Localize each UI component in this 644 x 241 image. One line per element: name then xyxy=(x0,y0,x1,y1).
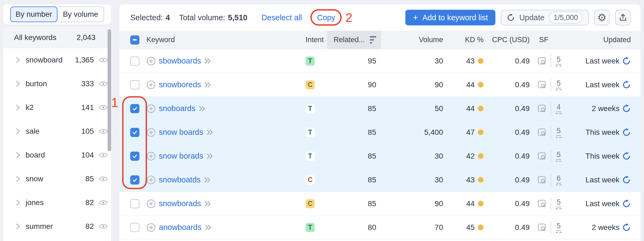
table-row[interactable]: snowboreds C 90 90 44 0.49 5 Last week xyxy=(119,73,640,97)
row-checkbox[interactable] xyxy=(130,152,139,161)
keyword-group-item[interactable]: burton 333 xyxy=(3,72,111,96)
table-row[interactable]: snowborads C 85 90 44 0.49 5 Last week xyxy=(119,192,640,216)
row-checkbox[interactable] xyxy=(130,223,139,232)
add-keyword-icon[interactable] xyxy=(146,80,156,89)
refresh-icon[interactable] xyxy=(622,152,631,160)
keyword-link[interactable]: snow boards xyxy=(159,128,203,137)
export-button[interactable] xyxy=(615,10,631,25)
copy-link[interactable]: Copy xyxy=(317,13,335,22)
keyword-group-item[interactable]: sale 105 xyxy=(3,119,111,143)
column-updated[interactable]: Updated xyxy=(566,31,631,49)
serp-preview-icon[interactable] xyxy=(537,104,547,113)
table-row[interactable]: snoboards T 85 50 44 0.49 4 2 weeks xyxy=(119,97,640,120)
expand-keyword-icon[interactable] xyxy=(204,176,211,184)
sf-count[interactable]: 6 xyxy=(556,174,561,183)
eye-icon[interactable] xyxy=(99,175,108,182)
keyword-link[interactable]: snowboreds xyxy=(159,80,201,89)
sf-count[interactable]: 5 xyxy=(556,55,561,65)
keyword-link[interactable]: snowborads xyxy=(159,199,201,208)
keyword-group-item[interactable]: k2 141 xyxy=(3,96,111,119)
expand-keyword-icon[interactable] xyxy=(204,57,212,65)
chevron-right-icon[interactable] xyxy=(15,104,21,111)
serp-preview-icon[interactable] xyxy=(537,223,547,232)
table-row[interactable]: anowboards T 80 70 45 0.49 5 2 weeks xyxy=(119,216,640,239)
add-keyword-icon[interactable] xyxy=(146,104,156,113)
column-related[interactable]: Related... xyxy=(327,31,381,49)
row-checkbox[interactable] xyxy=(130,199,139,208)
keyword-link[interactable]: snoboards xyxy=(159,104,195,113)
serp-preview-icon[interactable] xyxy=(537,152,547,161)
sf-count[interactable]: 5 xyxy=(556,79,561,88)
row-checkbox[interactable] xyxy=(130,56,139,66)
row-checkbox[interactable] xyxy=(130,128,139,137)
keyword-link[interactable]: sbowboards xyxy=(159,56,201,65)
column-keyword[interactable]: Keyword xyxy=(146,31,306,49)
refresh-icon[interactable] xyxy=(622,199,631,208)
sf-count[interactable]: 5 xyxy=(556,198,561,207)
serp-preview-icon[interactable] xyxy=(537,175,547,185)
chevron-right-icon[interactable] xyxy=(15,128,21,135)
sf-count[interactable]: 4 xyxy=(556,103,561,112)
chevron-right-icon[interactable] xyxy=(15,56,21,63)
eye-icon[interactable] xyxy=(99,199,108,206)
chevron-right-icon[interactable] xyxy=(15,80,21,87)
expand-keyword-icon[interactable] xyxy=(206,152,214,160)
expand-keyword-icon[interactable] xyxy=(204,200,212,208)
update-button[interactable]: Update 1/5,000 xyxy=(501,10,589,25)
serp-preview-icon[interactable] xyxy=(537,80,547,89)
keyword-group-item[interactable]: summer 82 xyxy=(3,215,111,238)
column-kd[interactable]: KD % xyxy=(443,31,484,49)
keyword-link[interactable]: snow borads xyxy=(159,152,203,160)
eye-icon[interactable] xyxy=(99,56,108,63)
add-keyword-icon[interactable] xyxy=(146,128,156,137)
eye-icon[interactable] xyxy=(99,104,108,111)
eye-icon[interactable] xyxy=(99,152,108,159)
serp-preview-icon[interactable] xyxy=(537,199,547,208)
column-sf[interactable]: SF xyxy=(530,31,566,49)
refresh-icon[interactable] xyxy=(622,223,631,232)
add-keyword-icon[interactable] xyxy=(146,223,156,232)
expand-keyword-icon[interactable] xyxy=(204,81,212,89)
keyword-link[interactable]: snowboatds xyxy=(159,175,201,184)
expand-keyword-icon[interactable] xyxy=(198,105,206,113)
refresh-icon[interactable] xyxy=(622,176,631,184)
eye-icon[interactable] xyxy=(99,128,108,135)
column-cpc[interactable]: CPC (USD) xyxy=(484,31,530,49)
eye-icon[interactable] xyxy=(99,80,108,87)
refresh-icon[interactable] xyxy=(622,81,631,89)
eye-icon[interactable] xyxy=(99,223,108,230)
refresh-icon[interactable] xyxy=(622,104,631,113)
keyword-group-item[interactable]: jones 82 xyxy=(3,191,111,215)
keyword-group-item[interactable]: snow 85 xyxy=(3,167,111,191)
row-checkbox[interactable] xyxy=(130,175,139,185)
column-intent[interactable]: Intent xyxy=(306,31,327,49)
row-checkbox[interactable] xyxy=(130,104,139,113)
chevron-right-icon[interactable] xyxy=(15,223,21,230)
tab-by-volume[interactable]: By volume xyxy=(57,6,104,22)
add-keyword-icon[interactable] xyxy=(146,199,156,208)
add-keyword-icon[interactable] xyxy=(146,152,156,161)
deselect-all-link[interactable]: Deselect all xyxy=(262,13,302,22)
chevron-right-icon[interactable] xyxy=(15,152,21,159)
refresh-icon[interactable] xyxy=(622,57,631,65)
add-keyword-icon[interactable] xyxy=(146,175,156,185)
column-volume[interactable]: Volume xyxy=(381,31,443,49)
expand-keyword-icon[interactable] xyxy=(205,223,212,232)
serp-preview-icon[interactable] xyxy=(537,128,547,137)
table-row[interactable]: snowboatds C 85 30 43 0.49 6 Last week xyxy=(119,168,640,192)
expand-keyword-icon[interactable] xyxy=(206,128,214,136)
chevron-right-icon[interactable] xyxy=(15,199,21,206)
sf-count[interactable]: 5 xyxy=(556,150,561,160)
sidebar-scrollbar[interactable] xyxy=(108,29,111,151)
add-to-keyword-list-button[interactable]: + Add to keyword list xyxy=(405,10,495,25)
table-row[interactable]: snow boards T 85 5,400 47 0.49 5 This we… xyxy=(119,120,640,144)
serp-preview-icon[interactable] xyxy=(537,56,547,66)
keyword-link[interactable]: anowboards xyxy=(159,223,201,232)
table-row[interactable]: snow borads T 85 30 42 0.49 5 This week xyxy=(119,144,640,168)
row-checkbox[interactable] xyxy=(130,80,139,89)
refresh-icon[interactable] xyxy=(622,128,631,137)
table-row[interactable]: sbowboards T 95 30 43 0.49 5 Last week xyxy=(119,49,640,73)
sf-count[interactable]: 5 xyxy=(556,222,561,231)
all-keywords-row[interactable]: All keywords 2,043 xyxy=(3,27,111,48)
keyword-group-item[interactable]: snowboard 1,365 xyxy=(3,48,111,72)
